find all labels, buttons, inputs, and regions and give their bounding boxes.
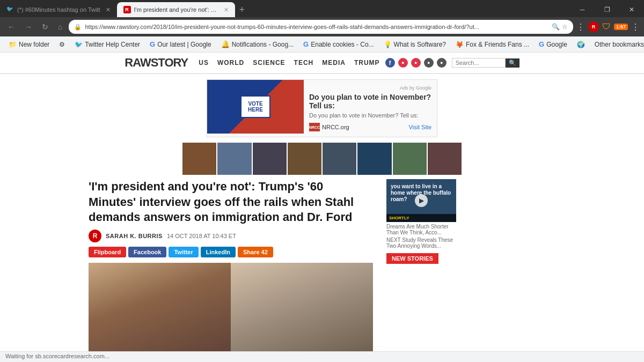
- nav-us[interactable]: US: [199, 59, 209, 67]
- next-story-1[interactable]: Dreams Are Much Shorter Than We Think, A…: [386, 224, 456, 235]
- share-linkedin[interactable]: LinkedIn: [201, 247, 236, 257]
- bookmark-new-folder[interactable]: 📁 New folder: [4, 40, 54, 49]
- thumb-5[interactable]: [323, 143, 356, 175]
- article-area: 'I'm president and you're not': Trump's …: [80, 179, 564, 362]
- nav-world[interactable]: WORLD: [217, 59, 244, 67]
- nav-tech[interactable]: TECH: [294, 59, 314, 67]
- social-icon-3[interactable]: ●: [411, 58, 421, 68]
- bookmark-twitter-help[interactable]: 🐦 Twitter Help Center: [70, 40, 144, 49]
- bookmark-label: Notifications - Goog...: [232, 41, 294, 48]
- share-flipboard[interactable]: Flipboard: [89, 247, 126, 257]
- thumb-2[interactable]: [217, 143, 251, 175]
- folder-icon: 📁: [9, 41, 17, 48]
- article-meta: R SARAH K. BURRIS 14 OCT 2018 AT 10:43 E…: [89, 230, 373, 242]
- bookmark-enable-cookies[interactable]: G Enable cookies - Co...: [299, 39, 378, 49]
- new-tab-button[interactable]: +: [235, 2, 250, 17]
- chrome-menu-icon[interactable]: ⋮: [631, 22, 640, 32]
- video-soon-label: SHORTLY: [386, 214, 456, 222]
- search-icon[interactable]: 🔍: [552, 23, 560, 31]
- status-text: Waiting for sb.scorecardresearch.com...: [5, 353, 109, 359]
- header-nav: RAWSTORY US WORLD SCIENCE TECH MEDIA TRU…: [0, 53, 644, 73]
- share-twitter[interactable]: Twitter: [169, 247, 198, 257]
- bookmark-label: Our latest | Google: [157, 41, 211, 48]
- article-title: 'I'm president and you're not': Trump's …: [89, 179, 373, 225]
- search-button[interactable]: 🔍: [506, 58, 519, 68]
- trump-image: [89, 263, 231, 359]
- search-bar: 🔍: [452, 58, 519, 68]
- home-button[interactable]: ⌂: [55, 21, 65, 32]
- bookmark-globe[interactable]: 🌍: [573, 40, 589, 49]
- maximize-button[interactable]: ❐: [595, 2, 619, 17]
- ad-sponsored-label: Ads by Google: [309, 85, 431, 91]
- nrcc-logo: NRCC: [309, 123, 320, 131]
- tab-1-close[interactable]: ✕: [106, 6, 111, 13]
- tab-2[interactable]: R I'm president and you're not': Tr... ✕: [117, 2, 235, 17]
- bookmark-gear[interactable]: ⚙: [55, 40, 69, 49]
- share-bar: Flipboard Facebook Twitter LinkedIn Shar…: [89, 247, 373, 257]
- refresh-button[interactable]: ↻: [39, 21, 52, 32]
- vote-text-1: VOTE: [248, 101, 263, 107]
- next-story-2[interactable]: NEXT Study Reveals These Two Annoying Wo…: [386, 237, 456, 249]
- back-button[interactable]: ←: [4, 21, 18, 32]
- twitter-tab-icon: 🐦: [6, 6, 14, 13]
- new-stories-button[interactable]: NEW STORIES: [386, 253, 438, 264]
- share-facebook[interactable]: Facebook: [128, 247, 166, 257]
- ad-image: VOTE HERE: [207, 80, 304, 134]
- extension-icon-1[interactable]: ⋮: [576, 22, 585, 32]
- site-logo[interactable]: RAWSTORY: [125, 56, 188, 70]
- author-icon: R: [89, 230, 101, 242]
- social-icon-2[interactable]: ●: [398, 58, 408, 68]
- tab-bar: 🐦 (*) #60Minutes hashtag on Twitt ✕ R I'…: [0, 0, 644, 17]
- window-controls: ─ ❐ ✕: [570, 2, 644, 17]
- bookmarks-bar: 📁 New folder ⚙ 🐦 Twitter Help Center G O…: [0, 36, 644, 53]
- author-name[interactable]: SARAH K. BURRIS: [106, 233, 163, 239]
- close-button[interactable]: ✕: [619, 2, 644, 17]
- nav-science[interactable]: SCIENCE: [253, 59, 285, 67]
- social-icon-5[interactable]: ●: [437, 58, 447, 68]
- thumb-6[interactable]: [357, 143, 391, 175]
- extension-icon-red[interactable]: R: [588, 21, 599, 32]
- logo-text-raw: RAW: [125, 56, 150, 69]
- bookmark-google-latest[interactable]: G Our latest | Google: [145, 39, 216, 49]
- extension-icon-shield[interactable]: 🛡: [602, 22, 611, 32]
- thumb-3[interactable]: [253, 143, 287, 175]
- stahl-image: [231, 263, 373, 359]
- thumb-4[interactable]: [288, 143, 321, 175]
- nav-media[interactable]: MEDIA: [322, 59, 346, 67]
- fox-icon: 🦊: [456, 41, 464, 48]
- gear-icon: ⚙: [59, 41, 65, 48]
- article-main-image: [89, 263, 373, 359]
- ad-area: VOTE HERE Ads by Google Do you plan to v…: [80, 79, 564, 137]
- bookmark-google[interactable]: G Google: [535, 39, 572, 49]
- minimize-button[interactable]: ─: [570, 2, 595, 17]
- logo-text-story: STORY: [151, 56, 188, 69]
- url-text: https://www.rawstory.com/2018/10/im-pres…: [85, 24, 548, 30]
- share-count[interactable]: Share 42: [238, 247, 273, 257]
- facebook-social-icon[interactable]: f: [385, 58, 395, 68]
- bookmark-what-is-software[interactable]: 💡 What is Software?: [379, 40, 450, 49]
- ad-nrcc: NRCC NRCC.org: [309, 123, 349, 131]
- forward-button[interactable]: →: [21, 21, 35, 32]
- thumb-8[interactable]: [428, 143, 462, 175]
- video-soon-text: SHORTLY: [389, 216, 453, 220]
- thumb-7[interactable]: [393, 143, 427, 175]
- search-input[interactable]: [452, 58, 506, 68]
- url-bar[interactable]: 🔒 https://www.rawstory.com/2018/10/im-pr…: [69, 20, 573, 34]
- nav-trump[interactable]: TRUMP: [354, 59, 380, 67]
- bookmark-other[interactable]: Other bookmarks: [590, 40, 644, 49]
- thumbnail-strip: [182, 143, 462, 175]
- page-content: RAWSTORY US WORLD SCIENCE TECH MEDIA TRU…: [0, 53, 644, 362]
- video-thumbnail[interactable]: ▶ SHORTLY you want to live in a home whe…: [386, 179, 456, 222]
- tab-1[interactable]: 🐦 (*) #60Minutes hashtag on Twitt ✕: [0, 2, 117, 17]
- star-icon[interactable]: ☆: [562, 23, 568, 31]
- ad-title[interactable]: Do you plan to vote in November? Tell us…: [309, 93, 431, 110]
- bookmark-notifications[interactable]: 🔔 Notifications - Goog...: [217, 39, 298, 49]
- social-icon-4[interactable]: ●: [424, 58, 434, 68]
- article-date: 14 OCT 2018 AT 10:43 ET: [167, 233, 236, 239]
- thumb-1[interactable]: [182, 143, 216, 175]
- bookmark-fox-friends[interactable]: 🦊 Fox & Friends Fans ...: [451, 40, 533, 49]
- tab-2-close[interactable]: ✕: [224, 6, 229, 13]
- ad-visit-button[interactable]: Visit Site: [408, 124, 431, 130]
- ad-content: Ads by Google Do you plan to vote in Nov…: [304, 80, 437, 137]
- google-icon-3: G: [539, 40, 544, 48]
